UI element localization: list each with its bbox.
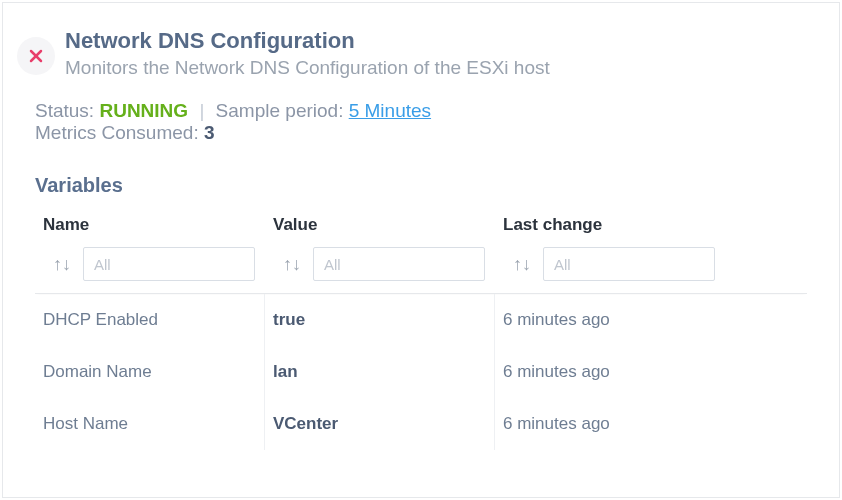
table-row: Domain Namelan6 minutes ago [35, 346, 807, 398]
config-panel: Network DNS Configuration Monitors the N… [2, 2, 840, 498]
column-header-name: Name [35, 215, 265, 235]
column-header-value: Value [265, 215, 495, 235]
sort-icon[interactable]: ↑↓ [53, 254, 71, 275]
filter-input-name[interactable] [83, 247, 255, 281]
metrics-consumed-value: 3 [204, 122, 215, 143]
cell-name: Domain Name [35, 346, 265, 398]
cell-name: Host Name [35, 398, 265, 450]
page-title: Network DNS Configuration [65, 27, 550, 55]
page-subtitle: Monitors the Network DNS Configuration o… [65, 55, 550, 81]
separator: | [199, 100, 204, 121]
sort-icon[interactable]: ↑↓ [513, 254, 531, 275]
cell-value: true [265, 294, 495, 346]
status-line: Status: RUNNING | Sample period: 5 Minut… [35, 100, 839, 144]
cell-value: VCenter [265, 398, 495, 450]
column-header-last-change: Last change [495, 215, 755, 235]
cell-last-change: 6 minutes ago [495, 398, 755, 450]
table-row: DHCP Enabledtrue6 minutes ago [35, 294, 807, 346]
metrics-consumed-label: Metrics Consumed: [35, 122, 199, 143]
filter-input-last-change[interactable] [543, 247, 715, 281]
table-body: DHCP Enabledtrue6 minutes agoDomain Name… [35, 294, 807, 450]
table-header-row: Name ↑↓ Value ↑↓ Last change ↑↓ [35, 215, 807, 294]
cell-last-change: 6 minutes ago [495, 294, 755, 346]
cell-name: DHCP Enabled [35, 294, 265, 346]
variables-table: Name ↑↓ Value ↑↓ Last change ↑↓ [35, 215, 807, 450]
panel-header: Network DNS Configuration Monitors the N… [3, 3, 839, 80]
variables-section-title: Variables [35, 174, 839, 197]
cell-value: lan [265, 346, 495, 398]
status-label: Status: [35, 100, 94, 121]
status-value: RUNNING [99, 100, 188, 121]
sort-icon[interactable]: ↑↓ [283, 254, 301, 275]
sample-period-link[interactable]: 5 Minutes [349, 100, 431, 121]
filter-input-value[interactable] [313, 247, 485, 281]
close-icon [29, 49, 43, 63]
sample-period-label: Sample period: [216, 100, 344, 121]
cell-last-change: 6 minutes ago [495, 346, 755, 398]
close-button[interactable] [17, 37, 55, 75]
table-row: Host NameVCenter6 minutes ago [35, 398, 807, 450]
